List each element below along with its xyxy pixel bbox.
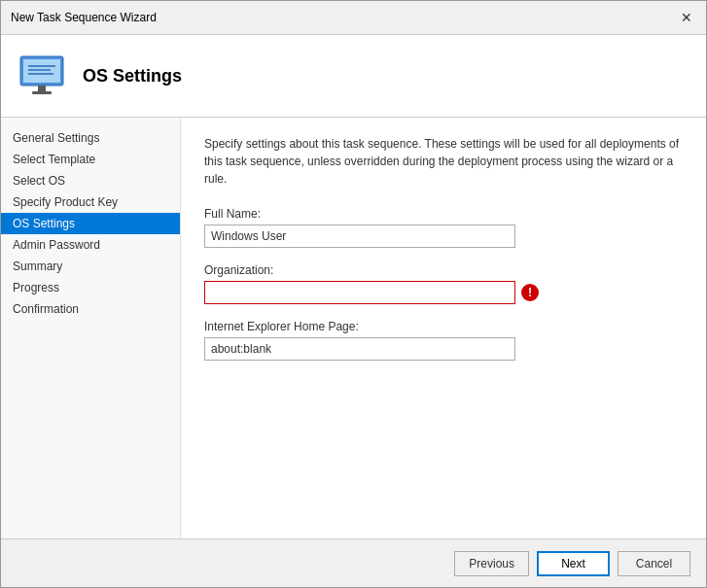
footer: Previous Next Cancel [1, 538, 706, 587]
os-settings-icon [17, 51, 67, 101]
full-name-label: Full Name: [204, 207, 683, 221]
page-title: OS Settings [83, 66, 182, 86]
previous-button[interactable]: Previous [454, 551, 529, 576]
ie-homepage-label: Internet Explorer Home Page: [204, 320, 683, 333]
ie-homepage-group: Internet Explorer Home Page: [204, 320, 683, 361]
wizard-window: New Task Sequence Wizard ✕ OS Settings G… [0, 0, 707, 588]
organization-error-icon: ! [521, 284, 539, 301]
title-bar: New Task Sequence Wizard ✕ [1, 1, 706, 35]
next-button[interactable]: Next [537, 551, 610, 576]
svg-rect-3 [32, 91, 52, 94]
close-button[interactable]: ✕ [677, 8, 696, 27]
sidebar-item-admin-password[interactable]: Admin Password [1, 234, 180, 256]
window-title: New Task Sequence Wizard [11, 11, 157, 24]
sidebar-item-confirmation[interactable]: Confirmation [1, 298, 180, 320]
sidebar-item-select-os[interactable]: Select OS [1, 170, 180, 191]
content-area: General Settings Select Template Select … [1, 118, 706, 538]
organization-input[interactable] [204, 281, 515, 304]
main-content: Specify settings about this task sequenc… [181, 118, 706, 538]
sidebar: General Settings Select Template Select … [1, 118, 181, 538]
sidebar-item-os-settings[interactable]: OS Settings [1, 213, 180, 234]
sidebar-item-progress[interactable]: Progress [1, 277, 180, 298]
ie-homepage-input[interactable] [204, 337, 515, 361]
full-name-group: Full Name: [204, 207, 683, 248]
sidebar-item-specify-product-key[interactable]: Specify Product Key [1, 191, 180, 213]
description-text: Specify settings about this task sequenc… [204, 135, 683, 188]
organization-label: Organization: [204, 263, 683, 277]
sidebar-item-general-settings[interactable]: General Settings [1, 127, 180, 149]
svg-rect-1 [23, 59, 60, 83]
organization-input-wrapper: ! [204, 281, 683, 304]
sidebar-item-summary[interactable]: Summary [1, 256, 180, 277]
sidebar-item-select-template[interactable]: Select Template [1, 149, 180, 170]
svg-rect-2 [38, 86, 46, 91]
full-name-input[interactable] [204, 225, 515, 248]
organization-group: Organization: ! [204, 263, 683, 304]
cancel-button[interactable]: Cancel [618, 551, 690, 576]
header-section: OS Settings [1, 35, 706, 118]
